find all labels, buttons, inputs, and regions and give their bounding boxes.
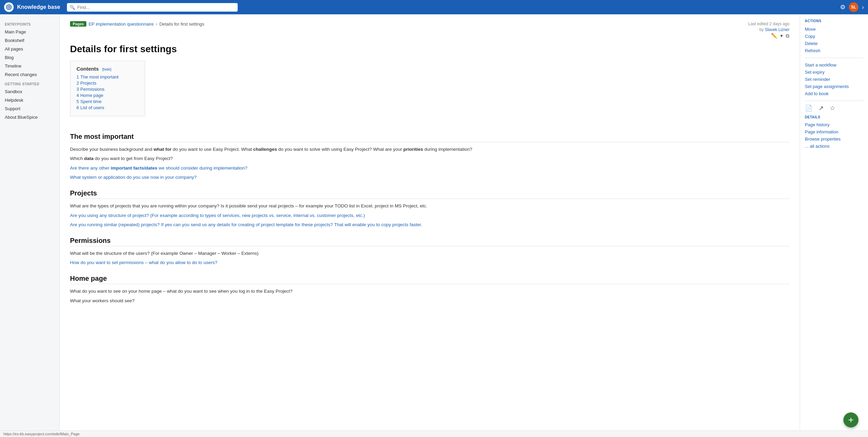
section-title-1: The most important	[70, 133, 789, 142]
toc-link-3[interactable]: Permissions	[80, 87, 104, 92]
app-logo-area[interactable]: Knowledge base	[4, 2, 60, 12]
settings-button[interactable]: ⚙	[840, 3, 845, 11]
para-2-2: Are you using any structure of project? …	[70, 212, 789, 219]
list-item: 1The most important	[76, 74, 139, 79]
avatar[interactable]: SL	[849, 2, 858, 12]
sidebar-item-main-page[interactable]: Main Page	[0, 28, 59, 36]
page-meta: Last edited 2 days ago by Slavek Lizner …	[748, 21, 789, 44]
link-internal[interactable]: internal vs. customer projects	[293, 213, 353, 218]
sidebar-item-sandbox[interactable]: Sandbox	[0, 87, 59, 96]
sidebar-item-all-pages[interactable]: All pages	[0, 45, 59, 53]
search-icon: 🔍	[70, 5, 75, 10]
right-panel: ACTIONS Move Copy Delete Refresh Start a…	[800, 14, 868, 437]
details-label: DETAILS	[805, 115, 863, 119]
sidebar-item-about[interactable]: About BlueSpice	[0, 113, 59, 121]
para-1-3: Are there any other important facts/date…	[70, 164, 789, 172]
action-refresh[interactable]: Refresh	[805, 47, 863, 54]
sidebar-item-blog[interactable]: Blog	[0, 53, 59, 62]
para-1-4: What system or application do you use no…	[70, 174, 789, 181]
action-set-expiry[interactable]: Set expiry	[805, 69, 863, 76]
contents-title: Contents [hide]	[76, 66, 139, 72]
toc-link-1[interactable]: The most important	[80, 74, 118, 79]
section-title-3: Permissions	[70, 237, 789, 246]
section-title-4: Home page	[70, 275, 789, 284]
action-copy[interactable]: Copy	[805, 33, 863, 40]
nav-right-icons: ⚙ SL ›	[840, 2, 864, 12]
dropdown-icon[interactable]: ▾	[780, 33, 783, 39]
copy-layout-icon[interactable]: ⧉	[786, 33, 789, 39]
last-edited-text: Last edited 2 days ago by Slavek Lizner	[748, 21, 789, 33]
page-layout: ENTRYPOINTS Main Page Bookshelf All page…	[0, 14, 868, 437]
para-4-2: What your workers should see?	[70, 297, 789, 305]
list-item: 4Home page	[76, 93, 139, 98]
toc-link-2[interactable]: Projects	[80, 81, 96, 86]
action-move[interactable]: Move	[805, 26, 863, 33]
detail-browse-properties[interactable]: Browse properties	[805, 135, 863, 143]
sidebar-item-recent-changes[interactable]: Recent changes	[0, 70, 59, 79]
document-icon[interactable]: 📄	[805, 104, 812, 112]
list-item: 2Projects	[76, 81, 139, 86]
para-3-2: How do you want to set permissions – wha…	[70, 259, 789, 266]
app-title: Knowledge base	[17, 4, 60, 10]
sidebar-item-helpdesk[interactable]: Helpdesk	[0, 96, 59, 104]
sidebar-item-support[interactable]: Support	[0, 104, 59, 113]
detail-page-history[interactable]: Page history	[805, 121, 863, 128]
section-title-2: Projects	[70, 189, 789, 199]
para-1-2: Which data do you want to get from Easy …	[70, 155, 789, 162]
para-3-1: What will be the structure of the users?…	[70, 250, 789, 257]
breadcrumb: Pages EP implementation questionnaire › …	[70, 21, 204, 27]
contents-box: Contents [hide] 1The most important 2Pro…	[70, 61, 145, 116]
list-item: 5Spent time	[76, 99, 139, 104]
action-delete[interactable]: Delete	[805, 40, 863, 47]
page-toolbar: ✏️ ▾ ⧉	[748, 33, 789, 39]
breadcrumb-parent[interactable]: EP implementation questionnaire	[88, 21, 154, 27]
search-input[interactable]	[67, 3, 238, 12]
detail-page-information[interactable]: Page information	[805, 128, 863, 135]
breadcrumb-sep: ›	[156, 21, 157, 27]
sidebar-item-timeline[interactable]: Timeline	[0, 62, 59, 70]
para-2-3: Are you running similar (repeated) proje…	[70, 221, 789, 229]
para-2-1: What are the types of projects that you …	[70, 202, 789, 210]
page-title: Details for first settings	[70, 44, 789, 55]
page-icon-row: 📄 ↗ ☆	[805, 104, 863, 112]
action-set-page-assignments[interactable]: Set page assignments	[805, 83, 863, 90]
toc-link-5[interactable]: Spent time	[80, 99, 101, 104]
pages-badge[interactable]: Pages	[70, 21, 86, 27]
getting-started-label: GETTING STARTED	[0, 79, 59, 87]
para-1-1: Describe your business background and wh…	[70, 146, 789, 153]
author-link[interactable]: Slavek Lizner	[765, 27, 789, 32]
status-url: https://es-kb.easyproject.com/wiki/Main_…	[3, 432, 80, 436]
detail-all-actions[interactable]: ... all actions	[805, 143, 863, 150]
edit-icon[interactable]: ✏️	[771, 33, 778, 39]
action-add-to-book[interactable]: Add to book	[805, 90, 863, 97]
actions-label: ACTIONS	[805, 19, 863, 23]
nav-expand-icon[interactable]: ›	[862, 4, 864, 11]
toc-link-6[interactable]: List of users	[80, 105, 104, 110]
toc-link-4[interactable]: Home page	[80, 93, 103, 98]
fab-button[interactable]: +	[843, 412, 858, 427]
action-set-reminder[interactable]: Set reminder	[805, 76, 863, 83]
main-content: Pages EP implementation questionnaire › …	[60, 14, 800, 437]
divider-1	[805, 58, 863, 58]
breadcrumb-current: Details for first settings	[159, 21, 205, 27]
status-bar: https://es-kb.easyproject.com/wiki/Main_…	[0, 431, 868, 437]
list-item: 3Permissions	[76, 87, 139, 92]
logo-icon	[4, 2, 14, 12]
star-icon[interactable]: ☆	[830, 104, 835, 112]
hide-contents-button[interactable]: [hide]	[102, 67, 111, 71]
sidebar-item-bookshelf[interactable]: Bookshelf	[0, 36, 59, 45]
contents-list: 1The most important 2Projects 3Permissio…	[76, 74, 139, 110]
share-icon[interactable]: ↗	[818, 104, 824, 112]
divider-2	[805, 101, 863, 101]
top-navigation: Knowledge base 🔍 ⚙ SL ›	[0, 0, 868, 14]
svg-point-2	[8, 6, 10, 8]
sidebar: ENTRYPOINTS Main Page Bookshelf All page…	[0, 14, 60, 437]
action-start-workflow[interactable]: Start a workflow	[805, 61, 863, 69]
search-bar[interactable]: 🔍	[67, 3, 238, 12]
entrypoints-label: ENTRYPOINTS	[0, 19, 59, 28]
para-4-1: What do you want to see on your home pag…	[70, 288, 789, 295]
list-item: 6List of users	[76, 105, 139, 110]
